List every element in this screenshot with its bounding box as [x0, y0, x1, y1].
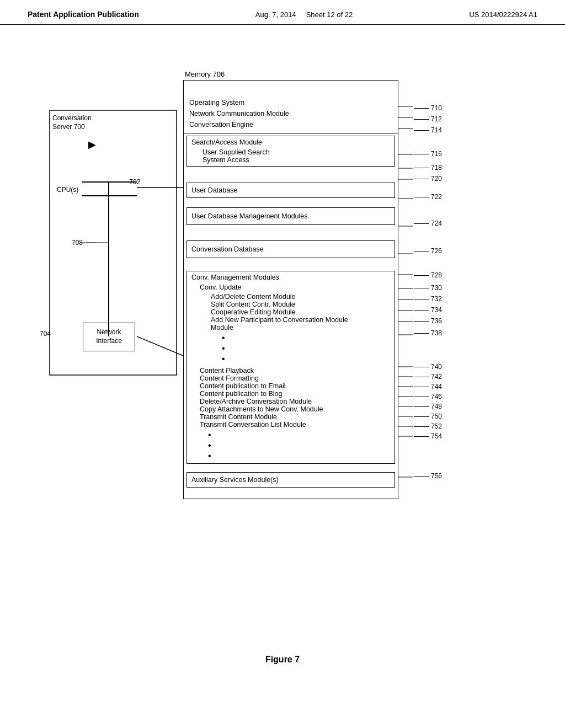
- cpb-label: Content publication to Blog: [200, 390, 282, 398]
- cpe-label: Content publication to Email: [200, 382, 286, 390]
- ref-734: 734: [414, 306, 442, 314]
- ref-718: 718: [414, 164, 442, 172]
- udmm-label: User Database Management Modules: [191, 212, 308, 220]
- cpu-label: CPU(s): [57, 186, 78, 194]
- dacm-label: Delete/Archive Conversation Module: [200, 398, 312, 405]
- cpu-ref: 702: [118, 178, 140, 186]
- memory-box: Operating System Network Communication M…: [183, 80, 398, 499]
- ref-724: 724: [414, 220, 442, 227]
- page-header: Patent Application Publication Aug. 7, 2…: [0, 0, 565, 25]
- ref-752: 752: [414, 422, 442, 430]
- tcm-label: Transmit Content Module: [200, 413, 277, 421]
- cmm-item: Conv. Management Modules Conv. Update Ad…: [186, 271, 395, 464]
- asm-label: Auxiliary Services Module(s): [191, 476, 279, 484]
- sa-label: System Access: [202, 156, 249, 164]
- adcm-label: Add/Delete Content Module: [211, 293, 296, 301]
- ce-label: Conversation Engine: [189, 121, 253, 129]
- os-item: Operating System: [184, 97, 398, 108]
- sam-item: Search/Access Module User Supplied Searc…: [186, 136, 395, 167]
- ref-722: 722: [414, 193, 442, 201]
- ref-740: 740: [414, 363, 442, 371]
- cpb-item: Content publication to Blog: [191, 390, 390, 398]
- cp-label: Content Playback: [200, 367, 254, 374]
- cpe-item: Content publication to Email: [191, 382, 390, 390]
- udmm-item: User Database Management Modules: [186, 207, 395, 225]
- os-label: Operating System: [189, 99, 244, 106]
- ref-710: 710: [414, 104, 442, 112]
- ref-730: 730: [414, 284, 442, 292]
- dots1: •••: [200, 331, 390, 365]
- ncm-label: Network Communication Module: [189, 110, 289, 117]
- ce-item: Conversation Engine: [184, 119, 398, 130]
- cancm-label: Copy Attachments to New Conv. Module: [200, 405, 323, 413]
- sccm-item: Split Content Contr. Module: [200, 301, 390, 308]
- uss-label: User Supplied Search: [202, 148, 270, 156]
- adcm-item: Add/Delete Content Module: [200, 291, 390, 301]
- header-date-sheet: Aug. 7, 2014 Sheet 12 of 22: [255, 10, 353, 19]
- network-ref: 704: [40, 330, 51, 338]
- dots2: •••: [191, 429, 390, 462]
- ref-738: 738: [414, 329, 442, 337]
- ud-item: User Database: [186, 183, 395, 198]
- anpcm-item: Add New Participant to Conversation Modu…: [200, 316, 390, 331]
- ref-732: 732: [414, 295, 442, 303]
- ref-726: 726: [414, 247, 442, 255]
- ref-746: 746: [414, 393, 442, 400]
- svg-line-7: [137, 336, 183, 356]
- bus-ref: 708: [72, 239, 96, 247]
- anpcm-label: Add New Participant to Conversation Modu…: [211, 316, 348, 324]
- sam-label: Search/Access Module: [191, 138, 262, 146]
- tclm-item: Transmit Conversation List Module: [191, 421, 390, 429]
- ref-714: 714: [414, 126, 442, 134]
- cf-label: Content Formatting: [200, 374, 259, 382]
- ref-736: 736: [414, 317, 442, 325]
- sa-item: System Access: [191, 156, 390, 164]
- cu-label: Conv. Update: [200, 283, 242, 291]
- ref-748: 748: [414, 403, 442, 410]
- ncm-item: Network Communication Module: [184, 108, 398, 119]
- header-patent-number: US 2014/0222924 A1: [469, 10, 537, 19]
- ref-712: 712: [414, 115, 442, 123]
- cmm-label: Conv. Management Modules: [191, 274, 279, 281]
- asm-item: Auxiliary Services Module(s): [186, 472, 395, 488]
- network-interface-box: Network Interface: [83, 323, 135, 351]
- ref-756: 756: [414, 472, 442, 480]
- ref-750: 750: [414, 413, 442, 420]
- arrow-icon: ▶: [88, 140, 96, 149]
- figure-title: Figure 7: [0, 655, 565, 665]
- cf-item: Content Formatting: [191, 374, 390, 382]
- ref-742: 742: [414, 373, 442, 381]
- cp-item: Content Playback: [191, 367, 390, 374]
- ud-label: User Database: [191, 186, 237, 194]
- cd-label: Conversation Database: [191, 245, 264, 253]
- uss-item: User Supplied Search: [191, 146, 390, 156]
- cem2-item: Cooperative Editing Module: [200, 308, 390, 316]
- cd-item: Conversation Database: [186, 240, 395, 258]
- conv-server-label: Conversation Server 700: [52, 114, 92, 131]
- diagram-area: Memory 706 Operating System Network Comm…: [0, 25, 565, 676]
- dacm-item: Delete/Archive Conversation Module: [191, 398, 390, 405]
- header-date: Aug. 7, 2014: [255, 10, 296, 19]
- cem2-label: Cooperative Editing Module: [211, 308, 296, 316]
- cancm-item: Copy Attachments to New Conv. Module: [191, 405, 390, 413]
- memory-label: Memory 706: [185, 70, 225, 78]
- ref-744: 744: [414, 383, 442, 390]
- tclm-label: Transmit Conversation List Module: [200, 421, 306, 429]
- sccm-label: Split Content Contr. Module: [211, 301, 295, 308]
- ref-716: 716: [414, 150, 442, 158]
- cu-item: Conv. Update Add/Delete Content Module S…: [191, 281, 390, 365]
- tcm-item: Transmit Content Module: [191, 413, 390, 421]
- header-sheet: Sheet 12 of 22: [306, 10, 353, 19]
- ref-728: 728: [414, 271, 442, 279]
- ref-754: 754: [414, 432, 442, 440]
- header-publication: Patent Application Publication: [28, 10, 139, 19]
- ref-720: 720: [414, 175, 442, 183]
